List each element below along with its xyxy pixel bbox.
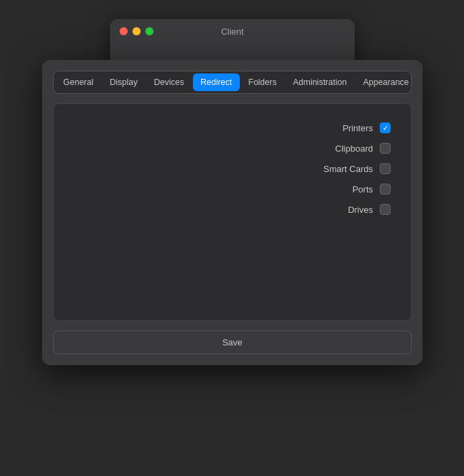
save-button[interactable]: Save	[53, 330, 412, 354]
tab-display[interactable]: Display	[102, 73, 145, 91]
redirect-form: Printers Clipboard Smart Cards Ports Dri…	[74, 118, 391, 220]
printers-label: Printers	[312, 123, 373, 133]
client-titlebar: Client	[110, 19, 355, 44]
drives-label: Drives	[312, 205, 373, 215]
maximize-button[interactable]	[145, 27, 154, 35]
tab-redirect[interactable]: Redirect	[193, 73, 240, 91]
smart-cards-label: Smart Cards	[312, 164, 373, 174]
printers-checkbox[interactable]	[380, 122, 391, 133]
drives-row: Drives	[74, 199, 391, 220]
tab-devices[interactable]: Devices	[146, 73, 191, 91]
window-title: Client	[221, 27, 243, 37]
tab-general[interactable]: General	[56, 73, 101, 91]
tab-folders[interactable]: Folders	[241, 73, 285, 91]
drives-checkbox[interactable]	[380, 204, 391, 215]
printers-row: Printers	[74, 118, 391, 138]
clipboard-label: Clipboard	[312, 143, 373, 154]
minimize-button[interactable]	[132, 27, 141, 35]
smart-cards-row: Smart Cards	[74, 158, 391, 179]
ports-row: Ports	[74, 179, 391, 199]
clipboard-checkbox[interactable]	[380, 143, 391, 154]
tab-bar: General Display Devices Redirect Folders…	[53, 71, 412, 94]
settings-panel: General Display Devices Redirect Folders…	[42, 60, 423, 365]
tab-appearance[interactable]: Appearance	[355, 73, 416, 91]
close-button[interactable]	[120, 27, 128, 35]
ports-label: Ports	[312, 184, 373, 194]
redirect-content: Printers Clipboard Smart Cards Ports Dri…	[53, 103, 412, 321]
tab-administration[interactable]: Administration	[285, 73, 354, 91]
clipboard-row: Clipboard	[74, 138, 391, 158]
smart-cards-checkbox[interactable]	[380, 163, 391, 174]
ports-checkbox[interactable]	[380, 184, 391, 194]
